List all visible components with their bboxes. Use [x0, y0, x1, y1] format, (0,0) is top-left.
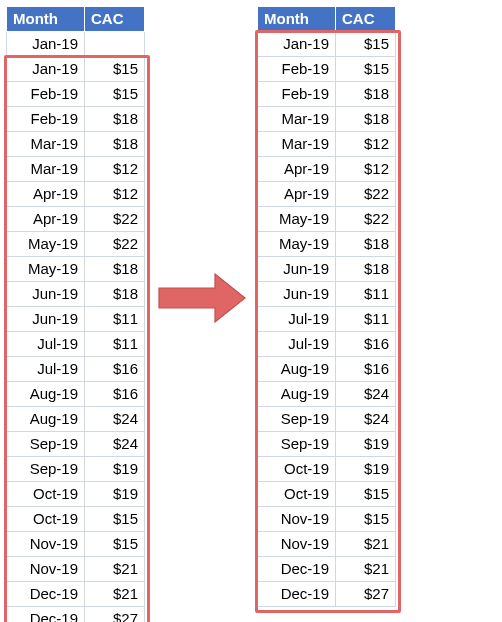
- table-row: Mar-19$18: [258, 107, 396, 132]
- table-row: May-19$18: [7, 257, 145, 282]
- cac-cell: $16: [336, 357, 396, 382]
- right-header-month: Month: [258, 7, 336, 32]
- month-cell: Jun-19: [7, 307, 85, 332]
- table-row: Jun-19$11: [7, 307, 145, 332]
- cac-cell: $19: [85, 457, 145, 482]
- month-cell: Aug-19: [7, 382, 85, 407]
- month-cell: Aug-19: [258, 382, 336, 407]
- table-row: Apr-19$22: [7, 207, 145, 232]
- table-row: Dec-19$27: [7, 607, 145, 623]
- table-row: Nov-19$15: [7, 532, 145, 557]
- month-cell: Dec-19: [7, 607, 85, 623]
- table-row: Dec-19$21: [258, 557, 396, 582]
- table-row: Dec-19$21: [7, 582, 145, 607]
- table-row: Sep-19$19: [258, 432, 396, 457]
- month-cell: Dec-19: [258, 582, 336, 607]
- month-cell: Mar-19: [7, 157, 85, 182]
- cac-cell: $18: [336, 82, 396, 107]
- table-row: Jan-19$15: [258, 32, 396, 57]
- table-row: Apr-19$22: [258, 182, 396, 207]
- left-header-cac: CAC: [85, 7, 145, 32]
- cac-cell: $27: [85, 607, 145, 623]
- table-row: Oct-19$19: [258, 457, 396, 482]
- month-cell: Apr-19: [7, 182, 85, 207]
- month-cell: Jul-19: [7, 357, 85, 382]
- month-cell: Apr-19: [258, 182, 336, 207]
- cac-cell: $12: [336, 132, 396, 157]
- cac-cell: $21: [336, 557, 396, 582]
- month-cell: Aug-19: [258, 357, 336, 382]
- month-cell: Mar-19: [258, 132, 336, 157]
- table-row: Mar-19$12: [258, 132, 396, 157]
- month-cell: Apr-19: [7, 207, 85, 232]
- table-row: Oct-19$19: [7, 482, 145, 507]
- table-row: Nov-19$15: [258, 507, 396, 532]
- month-cell: Sep-19: [258, 432, 336, 457]
- cac-cell: $22: [85, 207, 145, 232]
- month-cell: Oct-19: [7, 507, 85, 532]
- table-row: Mar-19$12: [7, 157, 145, 182]
- table-row: Jun-19$11: [258, 282, 396, 307]
- cac-cell: $15: [336, 507, 396, 532]
- cac-cell: $27: [336, 582, 396, 607]
- left-column: Month CAC Jan-19Jan-19$15Feb-19$15Feb-19…: [6, 6, 145, 622]
- month-cell: Jan-19: [258, 32, 336, 57]
- right-table: Month CAC Jan-19$15Feb-19$15Feb-19$18Mar…: [257, 6, 396, 607]
- table-row: Aug-19$24: [258, 382, 396, 407]
- cac-cell: $21: [336, 532, 396, 557]
- table-row: Nov-19$21: [258, 532, 396, 557]
- cac-cell: $21: [85, 557, 145, 582]
- table-row: Jul-19$11: [258, 307, 396, 332]
- month-cell: Oct-19: [258, 457, 336, 482]
- month-cell: Nov-19: [258, 532, 336, 557]
- cac-cell: $19: [85, 482, 145, 507]
- table-row: Jul-19$16: [7, 357, 145, 382]
- month-cell: Oct-19: [258, 482, 336, 507]
- table-row: Sep-19$24: [258, 407, 396, 432]
- cac-cell: $24: [85, 407, 145, 432]
- cac-cell: $15: [85, 57, 145, 82]
- table-row: Oct-19$15: [7, 507, 145, 532]
- month-cell: Feb-19: [7, 107, 85, 132]
- cac-cell: $22: [336, 182, 396, 207]
- table-row: Oct-19$15: [258, 482, 396, 507]
- cac-cell: $11: [85, 332, 145, 357]
- month-cell: Dec-19: [258, 557, 336, 582]
- table-row: Apr-19$12: [258, 157, 396, 182]
- month-cell: Feb-19: [258, 82, 336, 107]
- table-row: Feb-19$15: [7, 82, 145, 107]
- right-column: Month CAC Jan-19$15Feb-19$15Feb-19$18Mar…: [257, 6, 396, 607]
- table-row: Jan-19$15: [7, 57, 145, 82]
- cac-cell: $18: [85, 107, 145, 132]
- month-cell: Mar-19: [7, 132, 85, 157]
- table-row: Mar-19$18: [7, 132, 145, 157]
- cac-cell: $16: [85, 382, 145, 407]
- cac-cell: $24: [336, 407, 396, 432]
- month-cell: May-19: [258, 232, 336, 257]
- month-cell: Sep-19: [7, 457, 85, 482]
- table-row: Jan-19: [7, 32, 145, 57]
- table-row: Feb-19$18: [258, 82, 396, 107]
- month-cell: May-19: [258, 207, 336, 232]
- month-cell: Jul-19: [258, 307, 336, 332]
- cac-cell: $18: [85, 132, 145, 157]
- table-row: Feb-19$15: [258, 57, 396, 82]
- cac-cell: [85, 32, 145, 57]
- left-header-month: Month: [7, 7, 85, 32]
- table-row: Aug-19$16: [7, 382, 145, 407]
- cac-cell: $16: [336, 332, 396, 357]
- table-row: Nov-19$21: [7, 557, 145, 582]
- left-table: Month CAC Jan-19Jan-19$15Feb-19$15Feb-19…: [6, 6, 145, 622]
- cac-cell: $12: [85, 157, 145, 182]
- table-row: May-19$22: [258, 207, 396, 232]
- cac-cell: $18: [85, 282, 145, 307]
- month-cell: Jan-19: [7, 32, 85, 57]
- month-cell: Nov-19: [7, 557, 85, 582]
- month-cell: Jun-19: [258, 257, 336, 282]
- cac-cell: $11: [336, 307, 396, 332]
- month-cell: Jun-19: [7, 282, 85, 307]
- cac-cell: $15: [85, 532, 145, 557]
- cac-cell: $18: [85, 257, 145, 282]
- cac-cell: $19: [336, 432, 396, 457]
- table-row: May-19$22: [7, 232, 145, 257]
